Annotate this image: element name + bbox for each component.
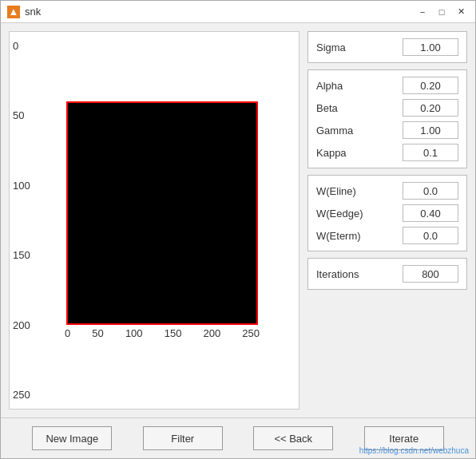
wedge-input[interactable] [403,204,458,222]
gamma-row: Gamma [316,121,458,139]
sigma-group: Sigma [307,31,467,63]
close-button[interactable]: ✕ [453,5,469,19]
left-panel: 0 50 100 150 200 250 0 50 100 [9,31,299,410]
iterations-row: Iterations [316,265,458,283]
alpha-group: Alpha Beta Gamma Kappa [307,69,467,168]
iterations-group: Iterations [307,258,467,290]
alpha-label: Alpha [316,80,343,92]
beta-row: Beta [316,99,458,117]
window-controls: − □ ✕ [415,5,469,19]
wedge-row: W(Eedge) [316,204,458,222]
back-button[interactable]: << Back [253,426,333,450]
kappa-row: Kappa [316,144,458,161]
right-panel: Sigma Alpha Beta Gamma [307,31,467,410]
axis-bottom-100: 100 [125,327,143,339]
main-content: 0 50 100 150 200 250 0 50 100 [1,23,475,417]
title-bar: ▲ snk − □ ✕ [1,1,475,23]
kappa-input[interactable] [403,144,458,161]
weterm-row: W(Eterm) [316,227,458,244]
watermark: https://blog.csdn.net/webzhuca [359,446,469,455]
image-display [66,101,258,325]
wedge-label: W(Eedge) [316,208,363,220]
iterations-label: Iterations [316,268,359,280]
app-icon: ▲ [7,6,20,18]
alpha-row: Alpha [316,77,458,94]
axis-left-150: 150 [13,249,30,261]
alpha-input[interactable] [403,77,458,94]
axis-bottom-250: 250 [242,327,260,339]
w-group: W(Eline) W(Eedge) W(Eterm) [307,175,467,251]
axis-bottom-50: 50 [92,327,103,339]
minimize-button[interactable]: − [415,5,430,19]
new-image-button[interactable]: New Image [32,426,112,450]
weline-input[interactable] [403,182,458,200]
beta-input[interactable] [403,99,458,117]
axis-left-250: 250 [13,389,30,401]
main-window: ▲ snk − □ ✕ 0 50 100 150 200 250 [0,0,476,459]
window-title: snk [25,6,410,18]
sigma-input[interactable] [403,38,458,56]
iterations-input[interactable] [403,265,458,283]
gamma-label: Gamma [316,125,353,137]
axis-bottom-0: 0 [65,327,70,339]
beta-label: Beta [316,102,338,114]
gamma-input[interactable] [403,121,458,139]
filter-button[interactable]: Filter [143,426,223,450]
maximize-button[interactable]: □ [434,5,450,19]
axis-left-200: 200 [13,319,30,331]
axis-bottom-200: 200 [203,327,220,339]
weline-label: W(Eline) [316,185,356,197]
axis-left: 0 50 100 150 200 250 [10,40,34,401]
axis-left-0: 0 [13,40,30,52]
kappa-label: Kappa [316,147,347,159]
app-icon-symbol: ▲ [9,6,19,18]
weterm-input[interactable] [403,227,458,244]
axis-left-50: 50 [13,109,30,121]
axis-left-100: 100 [13,180,30,192]
weterm-label: W(Eterm) [316,230,361,242]
axis-bottom-150: 150 [165,327,182,339]
weline-row: W(Eline) [316,182,458,200]
sigma-row: Sigma [316,38,458,56]
image-container: 0 50 100 150 200 250 0 50 100 [9,31,299,410]
sigma-label: Sigma [316,42,346,53]
